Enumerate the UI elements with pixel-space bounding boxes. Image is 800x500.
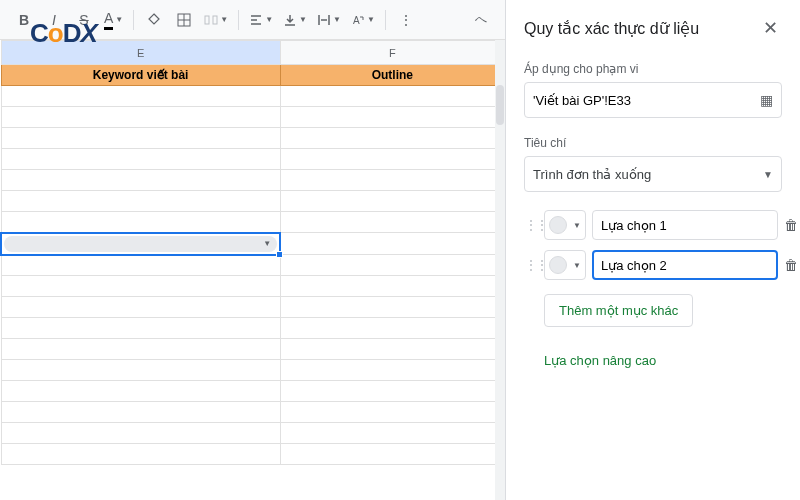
chevron-down-icon: ▼ (573, 261, 581, 270)
fill-color-button[interactable] (140, 6, 168, 34)
svg-rect-3 (205, 16, 209, 24)
header-cell[interactable]: Outline (280, 65, 504, 86)
delete-option-button[interactable]: 🗑 (784, 257, 798, 273)
vertical-align-button[interactable]: ▼ (279, 6, 311, 34)
toolbar-separator (238, 10, 239, 30)
select-range-icon[interactable]: ▦ (760, 92, 773, 108)
cell[interactable] (1, 255, 280, 276)
range-input[interactable] (533, 93, 760, 108)
cell[interactable] (1, 297, 280, 318)
svg-rect-4 (213, 16, 217, 24)
svg-text:A: A (353, 15, 360, 26)
selected-cell-dropdown[interactable]: ▼ (1, 233, 280, 255)
trash-icon: 🗑 (784, 257, 798, 273)
option-color-picker[interactable]: ▼ (544, 250, 586, 280)
cell[interactable] (1, 423, 280, 444)
toolbar-separator (385, 10, 386, 30)
cell[interactable] (280, 381, 504, 402)
chevron-down-icon: ▼ (763, 169, 773, 180)
range-field[interactable]: ▦ (524, 82, 782, 118)
chevron-down-icon: ▼ (573, 221, 581, 230)
text-color-button[interactable]: A▼ (100, 6, 127, 34)
cell[interactable] (1, 444, 280, 465)
cell[interactable] (280, 86, 504, 107)
cell[interactable] (1, 339, 280, 360)
option-row: ⋮⋮ ▼ 🗑 (524, 250, 782, 280)
data-validation-sidebar: Quy tắc xác thực dữ liệu ✕ Áp dụng cho p… (505, 0, 800, 500)
cell[interactable] (280, 107, 504, 128)
cell[interactable] (280, 276, 504, 297)
toolbar-separator (133, 10, 134, 30)
cell[interactable] (1, 149, 280, 170)
cell[interactable] (1, 402, 280, 423)
add-item-button[interactable]: Thêm một mục khác (544, 294, 693, 327)
cell[interactable] (1, 381, 280, 402)
cell[interactable] (280, 149, 504, 170)
more-button[interactable]: ⋮ (392, 6, 420, 34)
column-header-f[interactable]: F (280, 41, 504, 65)
header-cell[interactable]: Keyword viết bài (1, 65, 280, 86)
cell[interactable] (280, 318, 504, 339)
cell[interactable] (1, 128, 280, 149)
sidebar-title: Quy tắc xác thực dữ liệu (524, 19, 699, 38)
cell[interactable] (280, 233, 504, 255)
close-button[interactable]: ✕ (758, 16, 782, 40)
dropdown-chip[interactable]: ▼ (4, 236, 277, 252)
text-wrap-button[interactable]: ▼ (313, 6, 345, 34)
range-label: Áp dụng cho phạm vi (524, 62, 782, 76)
cell[interactable] (1, 191, 280, 212)
cell[interactable] (280, 360, 504, 381)
cell[interactable] (1, 170, 280, 191)
scrollbar-thumb[interactable] (496, 85, 504, 125)
cell[interactable] (1, 360, 280, 381)
trash-icon: 🗑 (784, 217, 798, 233)
text-rotation-button[interactable]: A▼ (347, 6, 379, 34)
vertical-scrollbar[interactable] (495, 40, 505, 500)
cell[interactable] (1, 318, 280, 339)
horizontal-align-button[interactable]: ▼ (245, 6, 277, 34)
cell[interactable] (280, 255, 504, 276)
cell[interactable] (280, 297, 504, 318)
cell[interactable] (280, 339, 504, 360)
option-input[interactable] (592, 250, 778, 280)
chevron-down-icon: ▼ (263, 239, 271, 248)
cell[interactable] (280, 128, 504, 149)
cell[interactable] (280, 402, 504, 423)
color-dot (549, 216, 567, 234)
option-color-picker[interactable]: ▼ (544, 210, 586, 240)
cell[interactable] (1, 107, 280, 128)
cell[interactable] (1, 276, 280, 297)
cell[interactable] (280, 212, 504, 233)
codx-logo: CoDX (30, 18, 97, 49)
drag-handle-icon[interactable]: ⋮⋮ (524, 257, 538, 273)
collapse-toolbar-button[interactable]: へ (467, 6, 495, 34)
option-row: ⋮⋮ ▼ 🗑 (524, 210, 782, 240)
criteria-value: Trình đơn thả xuống (533, 167, 651, 182)
spreadsheet-grid[interactable]: E F Keyword viết bài Outline ▼ (0, 40, 505, 500)
criteria-dropdown[interactable]: Trình đơn thả xuống ▼ (524, 156, 782, 192)
advanced-options-link[interactable]: Lựa chọn nâng cao (544, 353, 782, 368)
cell[interactable] (1, 212, 280, 233)
color-dot (549, 256, 567, 274)
close-icon: ✕ (763, 17, 778, 39)
cell[interactable] (280, 191, 504, 212)
cell[interactable] (280, 170, 504, 191)
cell[interactable] (280, 423, 504, 444)
cell-fill-handle[interactable] (276, 251, 283, 258)
drag-handle-icon[interactable]: ⋮⋮ (524, 217, 538, 233)
criteria-label: Tiêu chí (524, 136, 782, 150)
delete-option-button[interactable]: 🗑 (784, 217, 798, 233)
option-input[interactable] (592, 210, 778, 240)
cell[interactable] (280, 444, 504, 465)
cell[interactable] (1, 86, 280, 107)
merge-cells-button[interactable]: ▼ (200, 6, 232, 34)
borders-button[interactable] (170, 6, 198, 34)
